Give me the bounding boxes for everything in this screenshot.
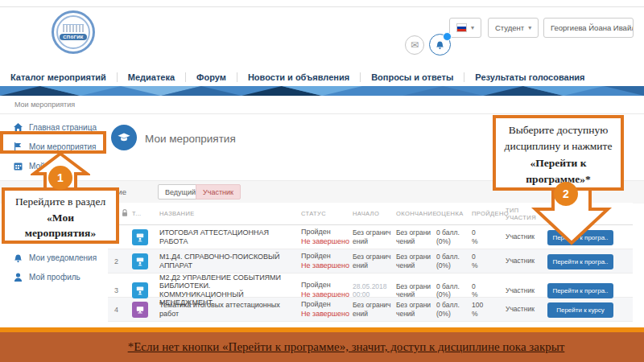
participation-type: Участник [506,305,547,313]
nav-item-voting[interactable]: Результаты голосования [464,72,595,82]
presentation-icon [132,282,148,298]
grade-value: 0 балл. (0%) [436,301,472,317]
grade-value: 0 балл. (0%) [436,282,472,298]
start-value: Без ограничений [353,228,396,245]
event-name: ИТОГОВАЯ АТТЕСТАЦИОННАЯ РАБОТА [159,228,301,245]
end-value: Без ограничений [396,301,436,317]
row-number: 4 [108,306,132,314]
nav-item-forum[interactable]: Форум [185,72,237,82]
breadcrumb[interactable]: Мои мероприятия [0,101,75,109]
status-passed: Пройден [301,281,353,290]
col-progress[interactable]: ПРОЙДЕНО [472,210,506,217]
nav-item-news[interactable]: Новости и объявления [237,72,360,82]
status-incomplete: Не завершено [301,310,353,319]
col-end[interactable]: ОКОНЧАНИЕ [396,210,436,217]
grade-value: 0 балл. (0%) [436,228,472,245]
site-logo[interactable]: СПбГИК [52,10,95,54]
presentation-icon [132,253,148,269]
status-incomplete: Не завершено [301,290,353,299]
screen-icon [132,302,148,318]
col-name[interactable]: НАЗВАНИЕ [159,210,301,217]
main-nav: Каталог мероприятий Медиатека Форум Ново… [0,68,644,86]
role-dropdown[interactable]: Студент ▾ [488,18,539,38]
status-incomplete: Не завершено [301,237,353,246]
messages-button[interactable]: ✉ [405,35,424,55]
notifications-button[interactable] [429,34,451,56]
russian-flag-icon [456,23,467,32]
table-row: 2 М1.Д4. СПРАВОЧНО-ПОИСКОВЫЙ АППАРАТ Про… [108,249,633,274]
col-status[interactable]: СТАТУС [301,210,353,217]
callout-text: мероприятия» [5,225,116,241]
role-label: Студент [495,23,524,32]
nav-item-media[interactable]: Медиатека [117,72,185,82]
callout-step-2: Выберите доступную дисциплину и нажмите … [493,115,624,191]
end-value: Без ограничений [396,253,436,269]
step-2-badge: 2 [554,182,578,206]
footer-note: *Если нет кнопки «Перейти к программе», … [80,340,565,354]
col-type[interactable]: Т... [132,210,159,217]
go-to-program-button[interactable]: Перейти к програ.. [547,283,613,298]
grade-value: 0 балл. (0%) [436,253,472,269]
page-title: Мои мероприятия [145,133,236,145]
sidebar-item-label: Мои уведомления [29,253,97,262]
row-number: 3 [108,286,132,294]
progress-value: 0 % [472,253,506,269]
logo-emblem: СПбГИК [56,15,90,49]
table-row: 3 М2.Д2 УПРАВЛЕНИЕ СОБЫТИЯМИ БИБЛИОТЕКИ.… [108,274,633,298]
end-value: Без ограничений [396,282,436,298]
presentation-icon [132,229,148,245]
page-title-icon-circle [111,125,137,150]
progress-value: 0 % [472,228,506,245]
callout-text: дисциплину и нажмите [496,138,621,154]
start-value: 28.05.2018 00:00 [353,282,396,298]
highlight-rect-my-events [0,131,106,154]
user-icon [13,272,23,282]
user-name: Георгиева Йоана Ивайло [551,23,634,32]
tab-participant[interactable]: Участник [196,184,241,200]
step-1-badge: 1 [48,166,72,190]
callout-text: Перейдите в раздел [5,194,116,210]
logo-text: СПбГИК [60,34,87,40]
status-passed: Пройден [301,300,353,309]
top-divider [0,6,644,7]
status-passed: Пройден [301,252,353,261]
chevron-down-icon: ▾ [471,24,474,31]
status-passed: Пройден [301,228,353,237]
bell-icon [435,39,445,50]
sidebar-item-label: Главная страница [29,123,97,132]
status-incomplete: Не завершено [301,261,353,270]
participation-type: Участник [506,257,547,265]
callout-text: «Мои [5,210,116,226]
row-number: 2 [108,257,132,265]
start-value: Без ограничений [353,253,396,269]
end-value: Без ограничений [396,228,436,245]
col-grade[interactable]: ОЦЕНКА [436,210,472,217]
breadcrumb-bar: Мои мероприятия [0,96,644,114]
progress-value: 0 % [472,282,506,298]
sidebar-item-profile[interactable]: Мой профиль [13,267,109,286]
callout-text: «Перейти к [496,155,621,171]
sidebar-item-label: Мой профиль [29,273,80,282]
col-start[interactable]: НАЧАЛО [353,210,396,217]
sidebar-item-notifications[interactable]: Мои уведомления [13,248,109,267]
event-name: Тематика итоговых аттестационных работ [159,301,301,318]
mail-icon: ✉ [411,39,419,51]
graduation-cap-icon [115,129,133,146]
start-value: Без ограничений [353,301,396,317]
go-to-program-button[interactable]: Перейти к програ.. [547,254,613,269]
participation-type: Участник [506,286,547,294]
calendar-icon [13,161,23,171]
user-dropdown[interactable]: Георгиева Йоана Ивайло ▾ [543,18,634,38]
triangle-pattern-banner [0,86,644,96]
callout-text: Выберите доступную [496,122,621,138]
footer-bar: *Если нет кнопки «Перейти к программе», … [0,332,644,362]
nav-item-catalog[interactable]: Каталог мероприятий [0,72,117,82]
progress-value: 100 % [472,301,506,317]
table-row: 4 Тематика итоговых аттестационных работ… [108,298,633,322]
chevron-down-icon: ▾ [528,24,531,31]
bell-icon [13,253,23,263]
nav-item-qa[interactable]: Вопросы и ответы [360,72,464,82]
page: СПбГИК ▾ Студент ▾ Георгиева Йоана Ивайл… [0,0,644,362]
language-dropdown[interactable]: ▾ [449,18,481,38]
go-to-course-button[interactable]: Перейти к курсу [547,302,613,318]
